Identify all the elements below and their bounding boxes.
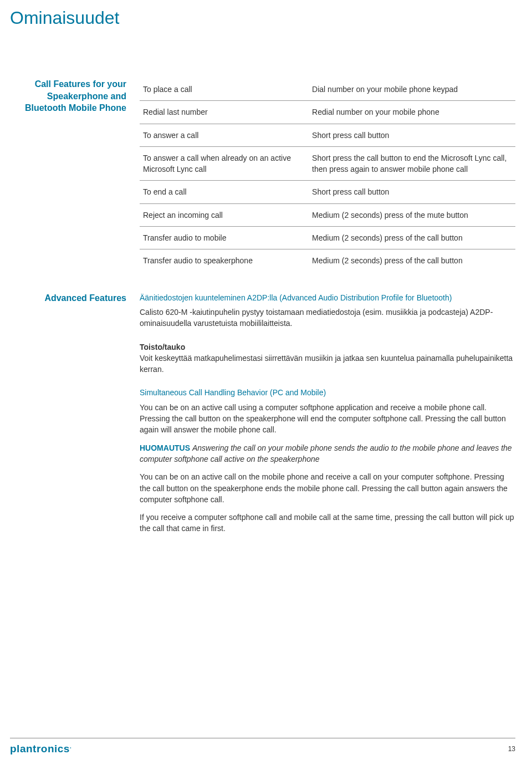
playpause-desc: Voit keskeyttää matkapuhelimestasi siirr… (140, 353, 515, 375)
table-row: Redial last numberRedial number on your … (140, 101, 515, 124)
page-title: Ominaisuudet (0, 0, 532, 28)
simultaneous-heading: Simultaneous Call Handling Behavior (PC … (140, 387, 515, 398)
advanced-heading: Advanced Features (10, 292, 140, 541)
features-heading: Call Features for your Speakerphone and … (10, 78, 140, 272)
table-row: Reject an incoming callMedium (2 seconds… (140, 203, 515, 226)
table-row: Transfer audio to mobileMedium (2 second… (140, 227, 515, 249)
a2dp-heading: Äänitiedostojen kuunteleminen A2DP:lla (… (140, 292, 515, 303)
sim-p3: If you receive a computer softphone call… (140, 512, 515, 534)
table-row: To answer a call when already on an acti… (140, 146, 515, 181)
table-row: To answer a callShort press call button (140, 124, 515, 146)
playpause-heading: Toisto/tauko (140, 341, 515, 353)
brand-logo: plantronics (10, 743, 71, 755)
features-table: To place a callDial number on your mobil… (140, 78, 515, 272)
note-line: HUOMAUTUS Answering the call on your mob… (140, 442, 515, 465)
sim-p1: You can be on an active call using a com… (140, 402, 515, 436)
a2dp-desc: Calisto 620-M -kaiutinpuhelin pystyy toi… (140, 307, 515, 329)
page-number: 13 (508, 745, 515, 753)
note-label: HUOMAUTUS (140, 443, 190, 452)
table-row: To end a callShort press call button (140, 181, 515, 203)
note-text: Answering the call on your mobile phone … (140, 443, 512, 463)
sim-p2: You can be on an active call on the mobi… (140, 471, 515, 505)
table-row: To place a callDial number on your mobil… (140, 78, 515, 101)
table-row: Transfer audio to speakerphoneMedium (2 … (140, 249, 515, 272)
